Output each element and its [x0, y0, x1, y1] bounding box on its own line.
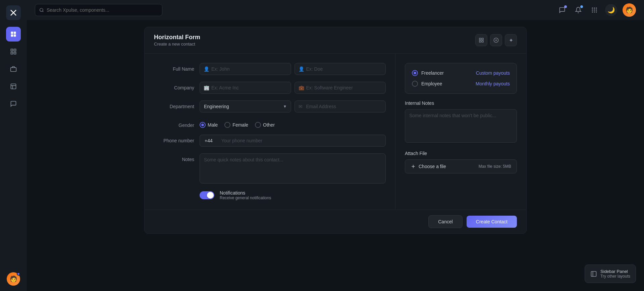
full-name-label: Full Name: [154, 63, 194, 72]
theme-toggle-btn[interactable]: 🌙: [605, 4, 617, 16]
attach-file-label: Attach File: [405, 151, 517, 156]
sparkle-btn[interactable]: ✦: [505, 34, 517, 46]
sidebar-item-layout[interactable]: [6, 79, 21, 94]
gender-male-option[interactable]: Male: [200, 122, 218, 128]
sidebar-item-chat[interactable]: [6, 96, 21, 111]
fingerprint-btn[interactable]: [490, 34, 502, 46]
gender-options: Male Female Other: [200, 119, 275, 128]
gender-male-radio[interactable]: [200, 122, 206, 128]
attach-file-section: Attach File Choose a file Max file size:…: [405, 151, 517, 173]
company-input[interactable]: [200, 82, 291, 94]
gender-female-radio[interactable]: [224, 122, 230, 128]
notes-label: Notes: [154, 153, 194, 162]
payment-employee-option[interactable]: Employee Monthly payouts: [412, 81, 510, 87]
form-card: Horizontal Form Create a new contact: [144, 27, 527, 234]
internal-notes-label: Internal Notes: [405, 100, 517, 106]
svg-point-19: [594, 9, 595, 10]
form-title: Horizontal Form: [154, 34, 200, 41]
sidebar-item-briefcase[interactable]: [6, 62, 21, 76]
gender-female-option[interactable]: Female: [224, 122, 248, 128]
user-icon: 👤: [204, 66, 209, 72]
svg-rect-10: [11, 68, 16, 72]
phone-input[interactable]: [217, 135, 386, 147]
department-select[interactable]: Engineering Marketing Sales HR Finance: [200, 100, 291, 113]
chat-icon-btn[interactable]: [557, 5, 568, 15]
gender-other-option[interactable]: Other: [255, 122, 275, 128]
gender-row: Gender Male Female: [154, 119, 386, 128]
topbar-user-avatar[interactable]: 🧑: [623, 3, 636, 17]
radio-inner-2: [414, 72, 416, 74]
gender-female-label: Female: [232, 122, 248, 128]
svg-rect-25: [482, 38, 483, 40]
sidebar-panel-title: Sidebar Panel: [600, 269, 630, 274]
notes-textarea[interactable]: [200, 153, 386, 184]
phone-label: Phone number: [154, 135, 194, 143]
payment-freelancer-option[interactable]: Freelancer Custom payouts: [412, 70, 510, 76]
company-label: Company: [154, 82, 194, 90]
payment-employee-radio[interactable]: [412, 81, 418, 87]
user-icon-2: 👤: [299, 66, 304, 72]
layout-grid-btn[interactable]: [475, 34, 487, 46]
search-bar[interactable]: [35, 4, 162, 16]
phone-row: Phone number +44: [154, 135, 386, 147]
gender-male-label: Male: [208, 122, 218, 128]
radio-inner: [201, 124, 204, 126]
svg-rect-6: [11, 49, 13, 51]
department-select-wrapper: Engineering Marketing Sales HR Finance ▼: [200, 100, 291, 113]
svg-point-16: [594, 8, 595, 9]
payment-employee-label: Employee: [421, 81, 472, 86]
bell-notification-dot: [580, 5, 583, 8]
svg-rect-3: [14, 32, 16, 34]
department-inputs: Engineering Marketing Sales HR Finance ▼…: [200, 100, 386, 113]
hint-texts: Sidebar Panel Try other layouts: [600, 269, 630, 279]
svg-rect-4: [11, 34, 13, 37]
last-name-input[interactable]: [294, 63, 386, 75]
svg-rect-9: [14, 52, 16, 54]
bell-icon-btn[interactable]: [573, 5, 584, 15]
main-content: 🌙 🧑 Horizontal Form Create a new contact: [27, 0, 644, 291]
search-input[interactable]: [47, 7, 158, 13]
first-name-wrapper: 👤: [200, 63, 291, 75]
svg-rect-24: [479, 38, 481, 40]
notifications-row: Notifications Receive general notificati…: [154, 190, 386, 200]
cancel-button[interactable]: Cancel: [428, 215, 463, 228]
notes-row: Notes: [154, 153, 386, 184]
create-contact-button[interactable]: Create Contact: [467, 216, 517, 228]
email-icon: ✉: [299, 104, 303, 109]
apps-icon-btn[interactable]: [589, 5, 600, 15]
chat-notification-dot: [564, 5, 567, 8]
sidebar-user-avatar[interactable]: 🧑: [7, 272, 20, 286]
full-name-row: Full Name 👤 👤: [154, 63, 386, 75]
svg-rect-11: [11, 84, 16, 89]
sidebar-logo[interactable]: [6, 5, 21, 20]
gender-other-radio[interactable]: [255, 122, 261, 128]
svg-rect-8: [11, 52, 13, 54]
form-header-icons: ✦: [475, 34, 517, 46]
svg-point-23: [596, 11, 597, 12]
svg-rect-2: [11, 32, 13, 34]
search-icon: [39, 8, 44, 12]
choose-file-button[interactable]: Choose a file Max file size: 5MB: [405, 159, 517, 173]
phone-prefix: +44: [200, 135, 217, 147]
company-name-wrapper: 🏢: [200, 82, 291, 94]
sidebar-panel-subtitle: Try other layouts: [600, 274, 630, 279]
job-title-input[interactable]: [294, 82, 386, 94]
notifications-toggle[interactable]: [200, 191, 214, 199]
sidebar-item-dashboard[interactable]: [6, 27, 21, 42]
sidebar-item-grid[interactable]: [6, 44, 21, 59]
form-body: Full Name 👤 👤: [145, 54, 526, 210]
phone-wrapper: +44: [200, 135, 386, 147]
sidebar-panel-hint[interactable]: Sidebar Panel Try other layouts: [585, 265, 636, 283]
payment-employee-value: Monthly payouts: [476, 81, 510, 86]
first-name-input[interactable]: [200, 63, 291, 75]
email-input[interactable]: [294, 100, 386, 113]
last-name-wrapper: 👤: [294, 63, 386, 75]
internal-notes-textarea[interactable]: [405, 109, 517, 143]
notifications-text: Notifications Receive general notificati…: [220, 190, 271, 200]
notifications-title: Notifications: [220, 190, 271, 196]
payment-freelancer-label: Freelancer: [421, 70, 473, 76]
payment-freelancer-radio[interactable]: [412, 70, 418, 76]
department-label: Department: [154, 100, 194, 109]
page-area: Horizontal Form Create a new contact: [27, 20, 644, 291]
toggle-knob: [207, 192, 214, 199]
